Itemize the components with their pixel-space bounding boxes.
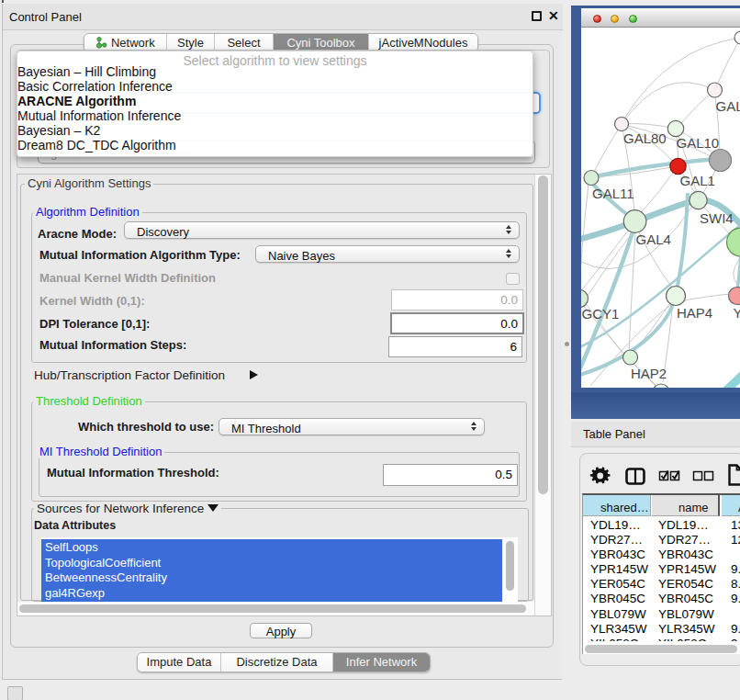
svg-text:HAP4: HAP4 <box>677 305 712 321</box>
svg-text:GAL11: GAL11 <box>592 186 634 201</box>
svg-text:SWI4: SWI4 <box>700 210 734 226</box>
svg-text:GAL80: GAL80 <box>623 130 667 146</box>
svg-text:GAL1: GAL1 <box>680 173 715 188</box>
svg-text:YD: YD <box>734 305 740 321</box>
svg-text:HAP2: HAP2 <box>631 366 667 381</box>
svg-text:GAL7: GAL7 <box>716 98 740 114</box>
svg-text:GAL4: GAL4 <box>636 231 671 247</box>
svg-text:GAL10: GAL10 <box>677 135 720 151</box>
svg-text:GCY1: GCY1 <box>582 306 620 322</box>
